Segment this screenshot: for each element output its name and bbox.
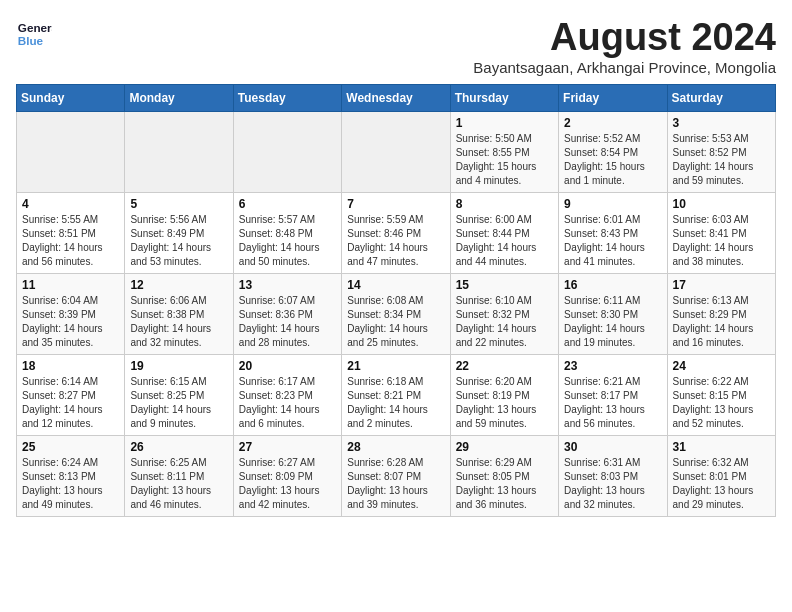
calendar-cell: 14Sunrise: 6:08 AM Sunset: 8:34 PM Dayli… xyxy=(342,274,450,355)
calendar-week-4: 18Sunrise: 6:14 AM Sunset: 8:27 PM Dayli… xyxy=(17,355,776,436)
title-area: August 2024 Bayantsagaan, Arkhangai Prov… xyxy=(473,16,776,76)
calendar-cell: 20Sunrise: 6:17 AM Sunset: 8:23 PM Dayli… xyxy=(233,355,341,436)
day-info: Sunrise: 6:18 AM Sunset: 8:21 PM Dayligh… xyxy=(347,375,444,431)
day-number: 27 xyxy=(239,440,336,454)
day-number: 9 xyxy=(564,197,661,211)
day-info: Sunrise: 5:50 AM Sunset: 8:55 PM Dayligh… xyxy=(456,132,553,188)
day-info: Sunrise: 6:24 AM Sunset: 8:13 PM Dayligh… xyxy=(22,456,119,512)
day-number: 13 xyxy=(239,278,336,292)
calendar-week-5: 25Sunrise: 6:24 AM Sunset: 8:13 PM Dayli… xyxy=(17,436,776,517)
day-number: 3 xyxy=(673,116,770,130)
day-number: 24 xyxy=(673,359,770,373)
header-day-thursday: Thursday xyxy=(450,85,558,112)
day-info: Sunrise: 6:07 AM Sunset: 8:36 PM Dayligh… xyxy=(239,294,336,350)
month-title: August 2024 xyxy=(473,16,776,59)
calendar-cell xyxy=(17,112,125,193)
calendar-table: SundayMondayTuesdayWednesdayThursdayFrid… xyxy=(16,84,776,517)
calendar-cell: 24Sunrise: 6:22 AM Sunset: 8:15 PM Dayli… xyxy=(667,355,775,436)
calendar-cell: 7Sunrise: 5:59 AM Sunset: 8:46 PM Daylig… xyxy=(342,193,450,274)
day-info: Sunrise: 6:25 AM Sunset: 8:11 PM Dayligh… xyxy=(130,456,227,512)
header-day-tuesday: Tuesday xyxy=(233,85,341,112)
day-info: Sunrise: 5:52 AM Sunset: 8:54 PM Dayligh… xyxy=(564,132,661,188)
calendar-header: SundayMondayTuesdayWednesdayThursdayFrid… xyxy=(17,85,776,112)
day-number: 8 xyxy=(456,197,553,211)
day-info: Sunrise: 6:21 AM Sunset: 8:17 PM Dayligh… xyxy=(564,375,661,431)
day-number: 11 xyxy=(22,278,119,292)
day-number: 28 xyxy=(347,440,444,454)
day-info: Sunrise: 6:03 AM Sunset: 8:41 PM Dayligh… xyxy=(673,213,770,269)
day-number: 7 xyxy=(347,197,444,211)
calendar-week-2: 4Sunrise: 5:55 AM Sunset: 8:51 PM Daylig… xyxy=(17,193,776,274)
calendar-cell: 31Sunrise: 6:32 AM Sunset: 8:01 PM Dayli… xyxy=(667,436,775,517)
calendar-cell: 28Sunrise: 6:28 AM Sunset: 8:07 PM Dayli… xyxy=(342,436,450,517)
day-number: 10 xyxy=(673,197,770,211)
day-info: Sunrise: 6:31 AM Sunset: 8:03 PM Dayligh… xyxy=(564,456,661,512)
calendar-body: 1Sunrise: 5:50 AM Sunset: 8:55 PM Daylig… xyxy=(17,112,776,517)
day-number: 18 xyxy=(22,359,119,373)
day-info: Sunrise: 6:15 AM Sunset: 8:25 PM Dayligh… xyxy=(130,375,227,431)
day-info: Sunrise: 6:32 AM Sunset: 8:01 PM Dayligh… xyxy=(673,456,770,512)
calendar-cell: 22Sunrise: 6:20 AM Sunset: 8:19 PM Dayli… xyxy=(450,355,558,436)
day-number: 29 xyxy=(456,440,553,454)
location-subtitle: Bayantsagaan, Arkhangai Province, Mongol… xyxy=(473,59,776,76)
header-day-friday: Friday xyxy=(559,85,667,112)
calendar-cell: 19Sunrise: 6:15 AM Sunset: 8:25 PM Dayli… xyxy=(125,355,233,436)
calendar-cell xyxy=(125,112,233,193)
day-info: Sunrise: 5:56 AM Sunset: 8:49 PM Dayligh… xyxy=(130,213,227,269)
calendar-cell: 26Sunrise: 6:25 AM Sunset: 8:11 PM Dayli… xyxy=(125,436,233,517)
header-day-saturday: Saturday xyxy=(667,85,775,112)
day-info: Sunrise: 6:27 AM Sunset: 8:09 PM Dayligh… xyxy=(239,456,336,512)
calendar-cell: 17Sunrise: 6:13 AM Sunset: 8:29 PM Dayli… xyxy=(667,274,775,355)
calendar-cell: 1Sunrise: 5:50 AM Sunset: 8:55 PM Daylig… xyxy=(450,112,558,193)
day-info: Sunrise: 6:08 AM Sunset: 8:34 PM Dayligh… xyxy=(347,294,444,350)
day-info: Sunrise: 6:17 AM Sunset: 8:23 PM Dayligh… xyxy=(239,375,336,431)
header-day-monday: Monday xyxy=(125,85,233,112)
calendar-week-1: 1Sunrise: 5:50 AM Sunset: 8:55 PM Daylig… xyxy=(17,112,776,193)
day-info: Sunrise: 6:04 AM Sunset: 8:39 PM Dayligh… xyxy=(22,294,119,350)
day-number: 31 xyxy=(673,440,770,454)
day-info: Sunrise: 6:22 AM Sunset: 8:15 PM Dayligh… xyxy=(673,375,770,431)
day-info: Sunrise: 6:01 AM Sunset: 8:43 PM Dayligh… xyxy=(564,213,661,269)
page-header: General Blue August 2024 Bayantsagaan, A… xyxy=(16,16,776,76)
day-number: 5 xyxy=(130,197,227,211)
day-number: 25 xyxy=(22,440,119,454)
day-number: 22 xyxy=(456,359,553,373)
calendar-cell: 23Sunrise: 6:21 AM Sunset: 8:17 PM Dayli… xyxy=(559,355,667,436)
svg-text:Blue: Blue xyxy=(18,34,44,47)
day-info: Sunrise: 6:00 AM Sunset: 8:44 PM Dayligh… xyxy=(456,213,553,269)
calendar-cell: 4Sunrise: 5:55 AM Sunset: 8:51 PM Daylig… xyxy=(17,193,125,274)
calendar-cell: 5Sunrise: 5:56 AM Sunset: 8:49 PM Daylig… xyxy=(125,193,233,274)
calendar-cell: 8Sunrise: 6:00 AM Sunset: 8:44 PM Daylig… xyxy=(450,193,558,274)
day-number: 23 xyxy=(564,359,661,373)
calendar-cell: 29Sunrise: 6:29 AM Sunset: 8:05 PM Dayli… xyxy=(450,436,558,517)
day-number: 6 xyxy=(239,197,336,211)
day-info: Sunrise: 6:06 AM Sunset: 8:38 PM Dayligh… xyxy=(130,294,227,350)
day-info: Sunrise: 6:11 AM Sunset: 8:30 PM Dayligh… xyxy=(564,294,661,350)
day-number: 21 xyxy=(347,359,444,373)
day-number: 20 xyxy=(239,359,336,373)
day-number: 12 xyxy=(130,278,227,292)
calendar-cell: 27Sunrise: 6:27 AM Sunset: 8:09 PM Dayli… xyxy=(233,436,341,517)
day-number: 19 xyxy=(130,359,227,373)
day-info: Sunrise: 5:59 AM Sunset: 8:46 PM Dayligh… xyxy=(347,213,444,269)
calendar-cell: 21Sunrise: 6:18 AM Sunset: 8:21 PM Dayli… xyxy=(342,355,450,436)
day-info: Sunrise: 5:53 AM Sunset: 8:52 PM Dayligh… xyxy=(673,132,770,188)
header-day-wednesday: Wednesday xyxy=(342,85,450,112)
calendar-cell: 11Sunrise: 6:04 AM Sunset: 8:39 PM Dayli… xyxy=(17,274,125,355)
day-info: Sunrise: 6:28 AM Sunset: 8:07 PM Dayligh… xyxy=(347,456,444,512)
calendar-cell: 3Sunrise: 5:53 AM Sunset: 8:52 PM Daylig… xyxy=(667,112,775,193)
day-info: Sunrise: 6:10 AM Sunset: 8:32 PM Dayligh… xyxy=(456,294,553,350)
calendar-cell: 9Sunrise: 6:01 AM Sunset: 8:43 PM Daylig… xyxy=(559,193,667,274)
day-number: 16 xyxy=(564,278,661,292)
calendar-cell: 16Sunrise: 6:11 AM Sunset: 8:30 PM Dayli… xyxy=(559,274,667,355)
calendar-cell: 18Sunrise: 6:14 AM Sunset: 8:27 PM Dayli… xyxy=(17,355,125,436)
day-number: 17 xyxy=(673,278,770,292)
day-number: 14 xyxy=(347,278,444,292)
header-day-sunday: Sunday xyxy=(17,85,125,112)
day-info: Sunrise: 6:20 AM Sunset: 8:19 PM Dayligh… xyxy=(456,375,553,431)
day-number: 26 xyxy=(130,440,227,454)
calendar-cell: 25Sunrise: 6:24 AM Sunset: 8:13 PM Dayli… xyxy=(17,436,125,517)
calendar-cell: 6Sunrise: 5:57 AM Sunset: 8:48 PM Daylig… xyxy=(233,193,341,274)
logo: General Blue xyxy=(16,16,52,52)
day-info: Sunrise: 5:55 AM Sunset: 8:51 PM Dayligh… xyxy=(22,213,119,269)
